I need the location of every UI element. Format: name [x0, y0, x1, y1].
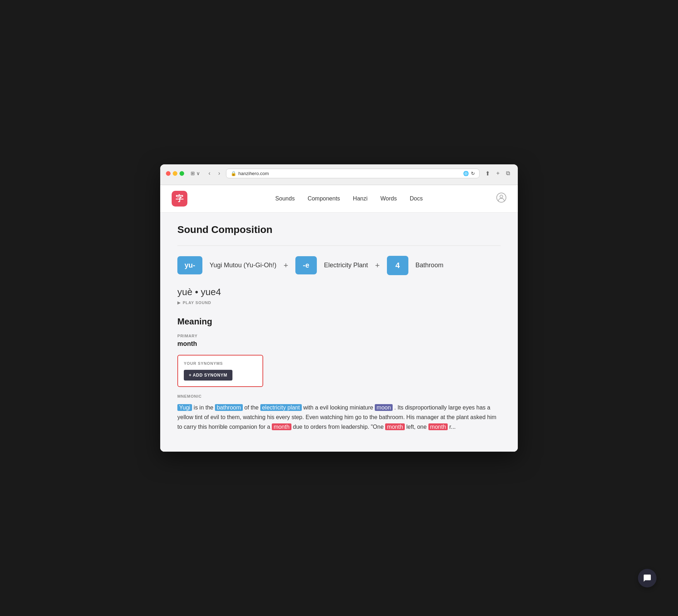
forward-button[interactable]: › [216, 169, 222, 177]
mnemonic-text-1: is in the [194, 404, 215, 411]
share-button[interactable]: ⬆ [483, 169, 492, 178]
chat-button[interactable] [638, 569, 657, 587]
tab-overview-button[interactable]: ⧉ [504, 169, 512, 178]
play-sound-label: PLAY SOUND [183, 300, 211, 305]
minimize-traffic-light[interactable] [173, 171, 177, 176]
mnemonic-section: MNEMONIC Yugi is in the bathroom of the … [177, 394, 501, 432]
sound-token-yu[interactable]: yu- [177, 256, 202, 274]
sound-composition: yu- Yugi Mutou (Yu-Gi-Oh!) + -e Electric… [177, 256, 501, 275]
nav-link-docs[interactable]: Docs [410, 195, 423, 202]
play-icon: ▶ [177, 300, 181, 305]
mnemonic-highlight-yugi: Yugi [177, 404, 192, 411]
reload-icon[interactable]: ↻ [471, 171, 475, 176]
sound-token-4[interactable]: 4 [387, 256, 408, 275]
sidebar-toggle-button[interactable]: ⊞ ∨ [188, 169, 203, 178]
browser-window: ⊞ ∨ ‹ › 🔒 hanzihero.com 🌐 ↻ ⬆ + ⧉ 字 Soun… [160, 164, 518, 452]
page-content: 字 Sounds Components Hanzi Words Docs Sou… [160, 185, 518, 452]
nav-link-sounds[interactable]: Sounds [275, 195, 295, 202]
nav-user-icon[interactable] [496, 193, 506, 205]
sound-label-bathroom: Bathroom [416, 262, 443, 269]
plus-1: + [284, 261, 288, 270]
toolbar-right: ⬆ + ⧉ [483, 169, 512, 178]
back-button[interactable]: ‹ [206, 169, 212, 177]
pronunciation: yuè • yue4 ▶ PLAY SOUND [177, 287, 501, 305]
traffic-lights [166, 171, 184, 176]
url-text: hanzihero.com [239, 171, 269, 176]
section-separator [177, 245, 501, 246]
svg-point-1 [500, 195, 503, 198]
mnemonic-text-3: with a evil looking miniature [303, 404, 375, 411]
browser-controls: ⊞ ∨ ‹ › 🔒 hanzihero.com 🌐 ↻ ⬆ + ⧉ [166, 169, 512, 178]
mnemonic-text-5: due to orders from leadership. "One [293, 424, 385, 430]
mnemonic-text: Yugi is in the bathroom of the electrici… [177, 403, 501, 432]
mnemonic-highlight-electricity: electricity plant [260, 404, 302, 411]
primary-value: month [177, 340, 501, 348]
svg-point-0 [497, 193, 506, 202]
main-content: Sound Composition yu- Yugi Mutou (Yu-Gi-… [160, 213, 518, 452]
nav-link-hanzi[interactable]: Hanzi [353, 195, 368, 202]
browser-chrome: ⊞ ∨ ‹ › 🔒 hanzihero.com 🌐 ↻ ⬆ + ⧉ [160, 164, 518, 185]
sound-label-electricity: Electricity Plant [324, 262, 368, 269]
new-tab-button[interactable]: + [494, 169, 502, 178]
synonyms-label: YOUR SYNONYMS [184, 361, 257, 366]
mnemonic-text-7: r... [449, 424, 456, 430]
mnemonic-highlight-month-1: month [272, 423, 291, 430]
section-title: Sound Composition [177, 224, 501, 235]
play-sound-button[interactable]: ▶ PLAY SOUND [177, 300, 211, 305]
logo[interactable]: 字 [172, 191, 187, 207]
mnemonic-highlight-moon: moon [375, 404, 393, 411]
add-synonym-button[interactable]: + ADD SYNONYM [184, 370, 232, 381]
synonyms-box: YOUR SYNONYMS + ADD SYNONYM [177, 355, 263, 387]
nav-links: Sounds Components Hanzi Words Docs [202, 195, 496, 202]
sound-token-e[interactable]: -e [295, 256, 317, 274]
meaning-section: Meaning PRIMARY month YOUR SYNONYMS + AD… [177, 317, 501, 432]
mnemonic-highlight-month-2: month [385, 423, 404, 430]
address-bar[interactable]: 🔒 hanzihero.com 🌐 ↻ [226, 169, 480, 178]
mnemonic-highlight-bathroom: bathroom [215, 404, 243, 411]
mnemonic-label: MNEMONIC [177, 394, 501, 398]
mnemonic-highlight-month-3: month [428, 423, 448, 430]
maximize-traffic-light[interactable] [180, 171, 184, 176]
mnemonic-text-2: of the [244, 404, 260, 411]
lock-icon: 🔒 [231, 171, 236, 176]
translate-icon[interactable]: 🌐 [463, 171, 469, 176]
close-traffic-light[interactable] [166, 171, 171, 176]
nav: 字 Sounds Components Hanzi Words Docs [160, 185, 518, 213]
meaning-title: Meaning [177, 317, 501, 327]
pronunciation-text: yuè • yue4 [177, 287, 501, 298]
mnemonic-text-6: left, one [406, 424, 428, 430]
plus-2: + [375, 261, 380, 270]
sound-label-yugi: Yugi Mutou (Yu-Gi-Oh!) [210, 262, 276, 269]
nav-link-components[interactable]: Components [308, 195, 340, 202]
primary-label: PRIMARY [177, 334, 501, 338]
nav-link-words[interactable]: Words [380, 195, 397, 202]
